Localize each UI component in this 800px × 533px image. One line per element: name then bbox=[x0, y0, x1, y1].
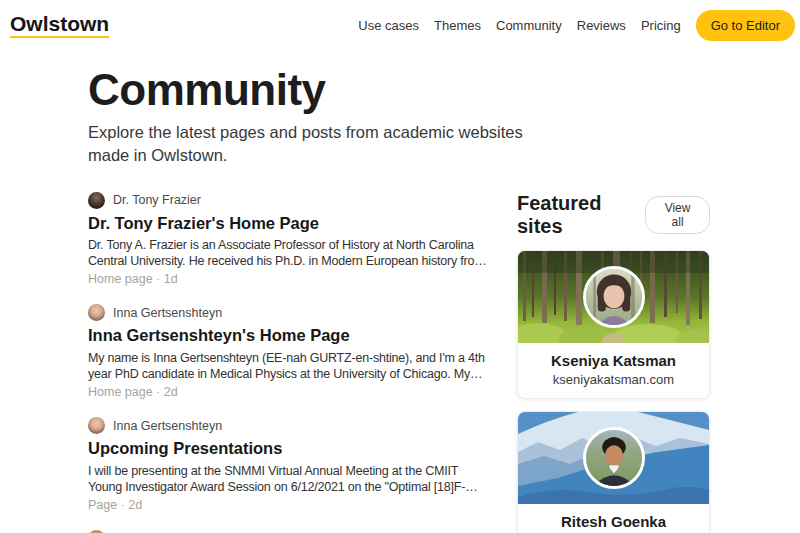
owlstown-logo[interactable]: Owlstown bbox=[10, 12, 109, 38]
featured-site-url[interactable]: kseniyakatsman.com bbox=[526, 372, 701, 387]
community-feed: Dr. Tony Frazier Dr. Tony Frazier's Home… bbox=[88, 192, 490, 533]
nav-reviews[interactable]: Reviews bbox=[577, 18, 626, 33]
author-avatar-icon bbox=[88, 304, 105, 321]
post-title[interactable]: Dr. Tony Frazier's Home Page bbox=[88, 214, 490, 234]
author-avatar-icon bbox=[88, 417, 105, 434]
post-title[interactable]: Inna Gertsenshteyn's Home Page bbox=[88, 326, 490, 346]
page-title: Community bbox=[88, 66, 710, 114]
go-to-editor-button[interactable]: Go to Editor bbox=[696, 10, 795, 41]
post-excerpt: Dr. Tony A. Frazier is an Associate Prof… bbox=[88, 237, 490, 269]
forest-banner-image bbox=[518, 251, 709, 343]
view-all-button[interactable]: View all bbox=[645, 196, 710, 234]
post-meta: Home page · 2d bbox=[88, 385, 490, 399]
post-excerpt: I will be presenting at the SNMMI Virtua… bbox=[88, 463, 490, 495]
author-name: Inna Gertsenshteyn bbox=[113, 306, 222, 320]
post-excerpt: My name is Inna Gertsenshteyn (EE-nah GU… bbox=[88, 350, 490, 382]
main-nav: Use cases Themes Community Reviews Prici… bbox=[358, 10, 795, 41]
feed-item-tony-frazier-home-page[interactable]: Dr. Tony Frazier Dr. Tony Frazier's Home… bbox=[88, 192, 490, 287]
featured-site-card-kseniya-katsman[interactable]: Kseniya Katsman kseniyakatsman.com bbox=[517, 250, 710, 399]
featured-site-name: Ritesh Goenka bbox=[526, 513, 701, 530]
featured-sites-title: Featured sites bbox=[517, 192, 645, 238]
featured-site-card-ritesh-goenka[interactable]: Ritesh Goenka riteshgoenka.owlstown.net bbox=[517, 411, 710, 533]
site-header: Owlstown Use cases Themes Community Revi… bbox=[0, 0, 800, 46]
nav-use-cases[interactable]: Use cases bbox=[358, 18, 419, 33]
nav-pricing[interactable]: Pricing bbox=[641, 18, 681, 33]
author-avatar-icon bbox=[88, 192, 105, 209]
featured-sites-sidebar: Featured sites View all bbox=[517, 192, 710, 533]
byline: Dr. Tony Frazier bbox=[88, 192, 490, 209]
kseniya-katsman-avatar bbox=[583, 266, 645, 328]
nav-themes[interactable]: Themes bbox=[434, 18, 481, 33]
byline: Inna Gertsenshteyn bbox=[88, 417, 490, 434]
ritesh-goenka-avatar bbox=[583, 427, 645, 489]
post-meta: Home page · 1d bbox=[88, 272, 490, 286]
mountains-banner-image bbox=[518, 412, 709, 504]
nav-community[interactable]: Community bbox=[496, 18, 562, 33]
page-subtitle: Explore the latest pages and posts from … bbox=[88, 121, 543, 167]
byline: Inna Gertsenshteyn bbox=[88, 304, 490, 321]
post-title[interactable]: Upcoming Presentations bbox=[88, 439, 490, 459]
main-content: Community Explore the latest pages and p… bbox=[0, 46, 800, 533]
feed-item-upcoming-presentations[interactable]: Inna Gertsenshteyn Upcoming Presentation… bbox=[88, 417, 490, 512]
post-meta: Page · 2d bbox=[88, 498, 490, 512]
author-name: Dr. Tony Frazier bbox=[113, 193, 201, 207]
feed-item-inna-home-page[interactable]: Inna Gertsenshteyn Inna Gertsenshteyn's … bbox=[88, 304, 490, 399]
author-name: Inna Gertsenshteyn bbox=[113, 419, 222, 433]
featured-site-name: Kseniya Katsman bbox=[526, 352, 701, 369]
